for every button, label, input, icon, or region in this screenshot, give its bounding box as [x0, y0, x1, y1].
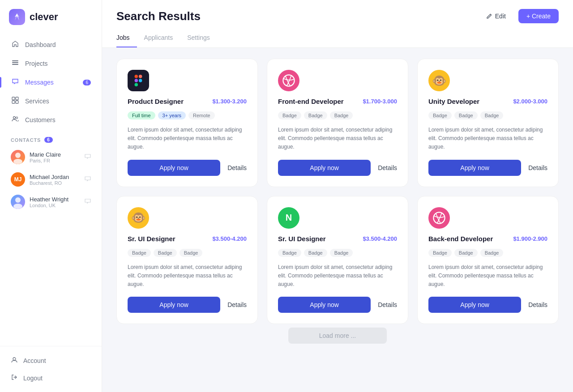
details-button-6[interactable]: Details	[528, 301, 547, 308]
contact-item-marie[interactable]: Marie Claire Paris, FR	[5, 146, 96, 168]
job-description: Lorem ipsum dolor sit amet, consectetur …	[128, 126, 247, 152]
job-description: Lorem ipsum dolor sit amet, consectetur …	[278, 263, 397, 289]
job-salary: $1.700-3.000	[363, 98, 397, 105]
tab-applicants[interactable]: Applicants	[137, 30, 180, 47]
job-salary: $1.900-2.900	[513, 235, 547, 242]
sidebar-item-projects[interactable]: Projects	[5, 55, 96, 72]
sidebar-item-label: Customers	[25, 116, 56, 124]
job-title: Front-end Developer	[278, 98, 344, 105]
svg-point-20	[433, 212, 445, 223]
jobs-content: Product Designer $1.300-3.200 Full time …	[102, 48, 573, 392]
job-salary: $1.300-3.200	[212, 98, 247, 105]
tab-settings[interactable]: Settings	[180, 30, 217, 47]
job-badges: Badge Badge Badge	[278, 249, 397, 257]
badge-2: Badge	[304, 111, 327, 119]
details-button-3[interactable]: Details	[528, 164, 547, 171]
svg-point-18	[139, 79, 142, 82]
sidebar-item-dashboard[interactable]: Dashboard	[5, 36, 96, 54]
details-button-2[interactable]: Details	[378, 164, 397, 171]
apply-button-4[interactable]: Apply now	[128, 297, 220, 313]
logo: clever	[0, 0, 102, 36]
load-more-button[interactable]: Load more ...	[288, 328, 387, 344]
job-badges: Badge Badge Badge	[278, 111, 397, 119]
tab-jobs[interactable]: Jobs	[116, 30, 137, 47]
svg-point-19	[283, 75, 294, 86]
svg-rect-15	[139, 75, 142, 78]
load-more-section: Load more ...	[116, 328, 559, 344]
company-logo-dribbble2	[428, 207, 450, 229]
svg-rect-14	[135, 75, 138, 78]
main-content: Search Results Edit + Create Jobs Applic…	[102, 0, 573, 392]
svg-rect-5	[12, 101, 15, 103]
badge-1: Badge	[278, 249, 301, 257]
edit-button[interactable]: Edit	[479, 9, 513, 23]
account-icon	[11, 356, 18, 365]
chat-icon[interactable]	[85, 153, 91, 161]
details-button-1[interactable]: Details	[227, 164, 247, 171]
apply-button-1[interactable]: Apply now	[128, 160, 220, 176]
svg-point-11	[15, 197, 21, 203]
contact-item-michael[interactable]: MJ Michael Jordan Bucharest, RO	[5, 169, 96, 190]
chat-icon[interactable]	[85, 176, 91, 183]
chat-icon[interactable]	[85, 198, 91, 206]
sidebar-item-label: Dashboard	[25, 41, 56, 48]
sidebar-item-logout[interactable]: Logout	[5, 369, 96, 387]
badge-2: Badge	[454, 249, 478, 257]
sidebar-item-services[interactable]: Services	[5, 92, 96, 110]
svg-rect-16	[135, 79, 138, 82]
contacts-count-badge: 6	[44, 137, 52, 143]
svg-point-7	[13, 117, 16, 119]
apply-button-2[interactable]: Apply now	[278, 160, 371, 176]
svg-point-13	[13, 358, 16, 360]
create-button[interactable]: + Create	[518, 9, 559, 23]
contact-item-heather[interactable]: Heather Wright London, UK	[5, 191, 96, 213]
svg-rect-17	[135, 83, 138, 86]
details-button-5[interactable]: Details	[378, 301, 397, 308]
badge-2: Badge	[454, 111, 478, 119]
company-logo-dribbble	[278, 70, 299, 91]
badge-3: Badge	[330, 111, 353, 119]
apply-button-6[interactable]: Apply now	[428, 297, 521, 313]
job-title: Sr. UI Designer	[128, 235, 175, 243]
svg-rect-6	[16, 101, 18, 103]
card-title-row: Unity Developer $2.000-3.000	[428, 98, 547, 105]
svg-rect-3	[12, 97, 15, 100]
job-salary: $3.500-4.200	[212, 235, 247, 242]
sidebar: clever Dashboard Projects Messages 6	[0, 0, 102, 392]
badge-1: Badge	[428, 249, 452, 257]
job-card-2: Front-end Developer $1.700-3.000 Badge B…	[267, 59, 408, 187]
edit-label: Edit	[495, 13, 506, 20]
sidebar-item-account[interactable]: Account	[5, 352, 96, 369]
badge-1: Badge	[278, 111, 301, 119]
badge-remote: Remote	[188, 111, 215, 119]
card-title-row: Back-end Developer $1.900-2.900	[428, 235, 547, 243]
apply-button-5[interactable]: Apply now	[278, 297, 371, 313]
header-actions: Edit + Create	[479, 9, 559, 23]
sidebar-item-label: Messages	[25, 79, 54, 86]
apply-button-3[interactable]: Apply now	[428, 160, 521, 176]
logo-icon	[9, 9, 25, 25]
job-title: Back-end Developer	[428, 235, 493, 243]
job-description: Lorem ipsum dolor sit amet, consectetur …	[278, 126, 397, 152]
svg-rect-2	[12, 64, 18, 65]
sidebar-item-messages[interactable]: Messages 6	[5, 73, 96, 91]
contact-info-heather: Heather Wright London, UK	[30, 196, 80, 208]
badge-3: Badge	[330, 249, 353, 257]
badge-2: Badge	[304, 249, 327, 257]
services-icon	[11, 97, 20, 106]
svg-point-12	[13, 204, 22, 209]
details-button-4[interactable]: Details	[227, 301, 247, 308]
company-logo-mailchimp: 🐵	[428, 70, 450, 91]
messages-badge: 6	[83, 80, 91, 85]
job-card-5: N Sr. UI Designer $3.500-4.200 Badge Bad…	[267, 196, 408, 324]
sidebar-item-customers[interactable]: Customers	[5, 111, 96, 129]
company-logo-n: N	[278, 207, 299, 229]
svg-point-8	[16, 117, 18, 119]
job-description: Lorem ipsum dolor sit amet, consectetur …	[428, 126, 547, 152]
job-badges: Badge Badge Badge	[128, 249, 247, 257]
company-logo-figma	[128, 70, 149, 91]
job-description: Lorem ipsum dolor sit amet, consectetur …	[128, 263, 247, 289]
avatar-marie	[11, 150, 25, 164]
sidebar-bottom: Account Logout	[0, 346, 102, 392]
main-header: Search Results Edit + Create Jobs Applic…	[102, 0, 573, 48]
